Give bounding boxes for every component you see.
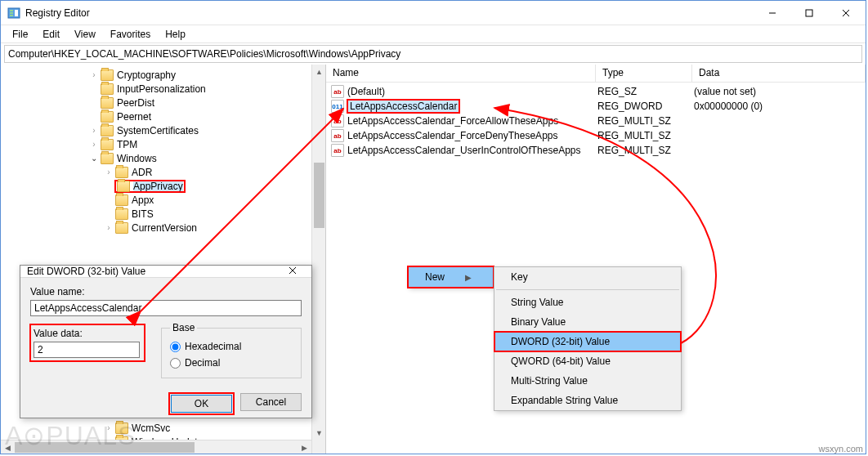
- string-value-icon: ab: [331, 114, 344, 127]
- expand-icon[interactable]: ›: [89, 70, 99, 79]
- context-item-new[interactable]: New ▶: [409, 267, 493, 287]
- values-list[interactable]: ab(Default)REG_SZ(value not set)011LetAp…: [326, 83, 866, 159]
- menu-edit[interactable]: Edit: [36, 27, 66, 42]
- folder-icon: [101, 69, 114, 81]
- close-button[interactable]: [827, 2, 864, 25]
- tree-item-label: ADR: [132, 167, 152, 178]
- context-item[interactable]: DWORD (32-bit) Value: [494, 332, 681, 351]
- tree-item[interactable]: ›SystemCertificates: [1, 123, 325, 137]
- value-data-input[interactable]: [34, 342, 140, 358]
- value-row[interactable]: 011LetAppsAccessCalendarREG_DWORD0x00000…: [326, 99, 866, 114]
- value-row[interactable]: abLetAppsAccessCalendar_ForceAllowTheseA…: [326, 114, 866, 128]
- folder-icon: [101, 139, 114, 150]
- tree-item-label: BITS: [132, 208, 154, 220]
- context-item[interactable]: String Value: [494, 293, 681, 312]
- edit-dword-dialog: Edit DWORD (32-bit) Value Value name: Va…: [20, 265, 312, 418]
- svg-rect-2: [10, 12, 13, 14]
- tree-item[interactable]: Peernet: [1, 110, 325, 123]
- value-data: 0x00000000 (0): [694, 101, 866, 112]
- folder-icon: [117, 181, 130, 192]
- menu-view[interactable]: View: [68, 27, 102, 42]
- context-item[interactable]: Expandable String Value: [494, 391, 681, 410]
- ok-button[interactable]: OK: [171, 395, 232, 413]
- value-type: REG_MULTI_SZ: [597, 130, 694, 141]
- col-type[interactable]: Type: [596, 65, 692, 82]
- expand-icon[interactable]: ›: [104, 223, 114, 232]
- tree-item[interactable]: ›ADR: [1, 165, 325, 179]
- tree-item[interactable]: ›CurrentVersion: [1, 221, 325, 235]
- value-name: LetAppsAccessCalendar_UserInControlOfThe…: [347, 145, 597, 156]
- tree-item[interactable]: BITS: [1, 207, 325, 221]
- corner-credit: wsxyn.com: [819, 444, 863, 454]
- tree-item[interactable]: ›Cryptography: [1, 68, 325, 82]
- svg-rect-4: [15, 10, 18, 16]
- dialog-close-button[interactable]: [280, 266, 305, 277]
- folder-icon: [115, 222, 128, 234]
- scroll-down-icon[interactable]: ▼: [312, 426, 326, 440]
- string-value-icon: ab: [331, 129, 344, 142]
- value-row[interactable]: abLetAppsAccessCalendar_ForceDenyTheseAp…: [326, 128, 866, 143]
- minimize-button[interactable]: [754, 2, 790, 25]
- svg-rect-1: [10, 10, 13, 11]
- scroll-up-icon[interactable]: ▲: [312, 65, 326, 78]
- menu-file[interactable]: File: [6, 27, 34, 42]
- value-data-label: Value data:: [34, 328, 141, 339]
- scroll-thumb[interactable]: [314, 163, 324, 228]
- binary-value-icon: 011: [331, 100, 344, 113]
- context-item[interactable]: Key: [494, 267, 681, 287]
- tree-item-label: SystemCertificates: [117, 125, 199, 136]
- string-value-icon: ab: [331, 144, 344, 157]
- menu-favorites[interactable]: Favorites: [104, 27, 157, 42]
- tree-item[interactable]: ⌄Windows: [1, 151, 325, 165]
- context-item[interactable]: Binary Value: [494, 312, 681, 332]
- folder-icon: [101, 125, 114, 136]
- expand-icon[interactable]: ›: [89, 140, 99, 149]
- maximize-button[interactable]: [790, 2, 827, 25]
- context-menu-new[interactable]: New ▶: [408, 266, 494, 288]
- base-fieldset: Base Hexadecimal Decimal: [161, 322, 302, 378]
- menu-help[interactable]: Help: [159, 27, 192, 42]
- tree-item-label: Cryptography: [117, 69, 176, 81]
- svg-rect-6: [806, 10, 812, 16]
- scroll-right-icon[interactable]: ▶: [298, 440, 311, 454]
- dialog-title: Edit DWORD (32-bit) Value: [27, 266, 280, 277]
- tree-item-label: PeerDist: [117, 97, 154, 109]
- expand-icon[interactable]: ›: [104, 168, 114, 177]
- dialog-titlebar: Edit DWORD (32-bit) Value: [20, 266, 311, 278]
- tree-item[interactable]: InputPersonalization: [1, 82, 325, 96]
- expand-icon[interactable]: ›: [89, 126, 99, 135]
- tree-item-label: CurrentVersion: [132, 222, 197, 234]
- value-row[interactable]: ab(Default)REG_SZ(value not set): [326, 84, 866, 99]
- context-submenu-new[interactable]: KeyString ValueBinary ValueDWORD (32-bit…: [494, 266, 682, 411]
- tree-item[interactable]: AppPrivacy: [1, 179, 325, 193]
- context-item[interactable]: QWORD (64-bit) Value: [494, 351, 681, 371]
- value-row[interactable]: abLetAppsAccessCalendar_UserInControlOfT…: [326, 143, 866, 158]
- value-name: LetAppsAccessCalendar_ForceAllowTheseApp…: [347, 115, 597, 127]
- tree-item[interactable]: PeerDist: [1, 96, 325, 110]
- base-legend: Base: [170, 322, 197, 333]
- tree-item-label: Appx: [132, 194, 154, 206]
- value-data: (value not set): [694, 86, 866, 97]
- expand-icon[interactable]: ⌄: [89, 154, 99, 163]
- radio-hex-row[interactable]: Hexadecimal: [170, 338, 293, 355]
- cancel-button[interactable]: Cancel: [240, 393, 302, 411]
- value-name-input[interactable]: [30, 300, 302, 316]
- col-name[interactable]: Name: [326, 65, 596, 82]
- tree-vscroll[interactable]: ▲ ▼: [311, 65, 325, 454]
- folder-icon: [101, 83, 114, 95]
- value-type: REG_DWORD: [597, 101, 694, 112]
- menubar: File Edit View Favorites Help: [1, 25, 866, 43]
- address-bar[interactable]: Computer\HKEY_LOCAL_MACHINE\SOFTWARE\Pol…: [4, 45, 862, 63]
- radio-dec-row[interactable]: Decimal: [170, 355, 293, 371]
- context-item[interactable]: Multi-String Value: [494, 371, 681, 391]
- tree-item-label: Peernet: [117, 111, 151, 123]
- value-type: REG_MULTI_SZ: [597, 115, 694, 127]
- tree-item-label: WcmSvc: [132, 422, 170, 434]
- tree-item[interactable]: Appx: [1, 193, 325, 207]
- col-data[interactable]: Data: [692, 65, 866, 82]
- radio-hex[interactable]: [170, 342, 181, 352]
- tree-item[interactable]: ›TPM: [1, 137, 325, 151]
- radio-dec[interactable]: [170, 358, 181, 369]
- tree-item-label: InputPersonalization: [117, 83, 206, 95]
- folder-icon: [101, 111, 114, 123]
